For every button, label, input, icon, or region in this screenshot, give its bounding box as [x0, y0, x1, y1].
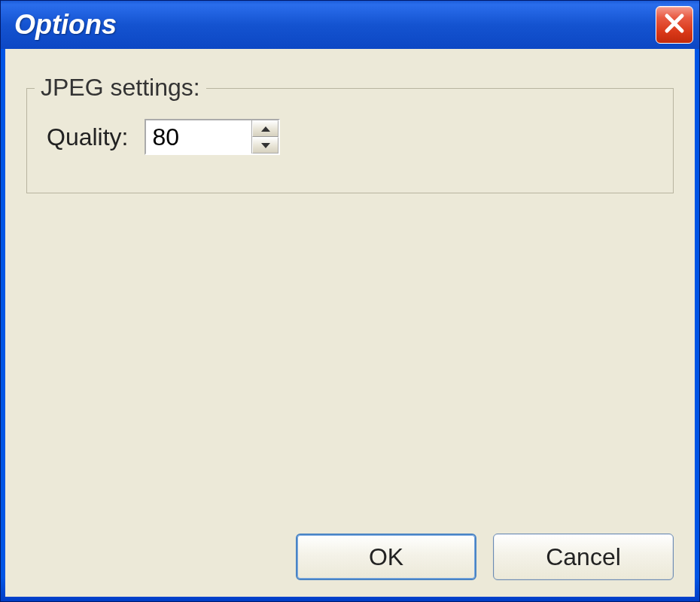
client-area: JPEG settings: Quality: — [5, 49, 695, 597]
cancel-button[interactable]: Cancel — [493, 534, 674, 580]
quality-input[interactable] — [146, 120, 251, 154]
jpeg-settings-group: JPEG settings: Quality: — [26, 88, 674, 193]
groupbox-legend: JPEG settings: — [35, 74, 206, 102]
quality-decrement-button[interactable] — [252, 137, 278, 154]
chevron-up-icon — [260, 122, 271, 135]
quality-stepper — [145, 119, 280, 155]
titlebar: Options — [1, 1, 699, 49]
spinner-buttons — [251, 120, 278, 154]
close-button[interactable] — [656, 6, 693, 44]
ok-button[interactable]: OK — [296, 534, 476, 580]
quality-row: Quality: — [47, 119, 653, 155]
quality-increment-button[interactable] — [252, 120, 278, 137]
quality-label: Quality: — [47, 123, 128, 151]
chevron-down-icon — [260, 138, 271, 152]
window-title: Options — [14, 9, 117, 41]
dialog-buttons: OK Cancel — [26, 534, 674, 580]
options-dialog: Options JPEG settings: Quality: — [0, 0, 700, 602]
close-icon — [663, 12, 686, 38]
